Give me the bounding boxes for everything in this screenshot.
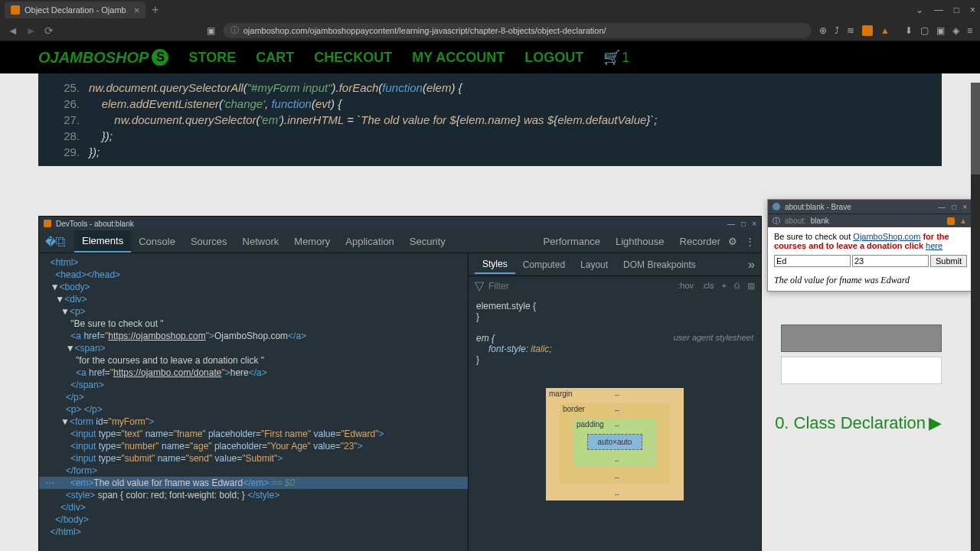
popup-minimize-icon[interactable]: — [938,203,946,211]
favicon-icon [11,5,20,15]
panel-icon[interactable]: ▥ [747,281,755,291]
dt-close-icon[interactable]: × [752,220,756,228]
tab-network[interactable]: Network [235,231,287,252]
warning-icon[interactable]: ▲ [880,25,890,36]
shield-icon[interactable] [862,25,873,36]
cls-toggle[interactable]: .cls [701,281,714,291]
next-chapter-link[interactable]: 0. Class Declaration▶ [775,413,942,433]
minimize-icon[interactable]: — [934,5,943,15]
gray-box [781,324,942,352]
scrollbar-thumb[interactable] [971,83,980,174]
devtools-titlebar: DevTools - about:blank — □ × [39,217,761,230]
nav-account[interactable]: MY ACCOUNT [412,50,505,66]
hov-toggle[interactable]: :hov [678,281,694,291]
styles-tab-layout[interactable]: Layout [573,256,616,273]
brave-icon [44,220,51,227]
close-tab-icon[interactable]: × [134,5,140,16]
customize-icon[interactable]: ◈ [952,25,959,36]
more-icon[interactable]: ⋮ [745,236,755,247]
back-button[interactable]: ◄ [8,24,18,37]
site-info-icon[interactable]: ⓘ [230,24,239,36]
nav-logout[interactable]: LOGOUT [524,50,583,66]
menu-icon[interactable]: ≡ [967,25,972,36]
maximize-icon[interactable]: □ [954,5,959,15]
cart-icon[interactable]: 🛒1 [603,49,629,66]
wallet-icon[interactable]: ▢ [920,25,929,36]
code-block: 25.nw.document.querySelectorAll("#myForm… [38,73,942,166]
share-icon[interactable]: ⤴ [835,25,839,36]
dt-maximize-icon[interactable]: □ [741,220,746,228]
new-tab-button[interactable]: + [152,3,158,17]
popup-result-text: The old value for fname was Edward [774,275,965,286]
popup-submit-button[interactable]: Submit [930,255,967,267]
reload-button[interactable]: ⟳ [44,24,54,37]
close-window-icon[interactable]: × [970,5,975,15]
download-icon[interactable]: ⬇ [905,25,913,36]
styles-panel: Styles Computed Layout DOM Breakpoints »… [468,253,761,551]
popup-window: about:blank - Brave — □ × ⓘ about:blank … [767,199,972,292]
popup-close-icon[interactable]: × [962,203,967,211]
tab-performance[interactable]: Performance [535,231,607,252]
content-preview [781,324,942,384]
filter-icon: ▽ [475,279,484,293]
tab-recorder[interactable]: Recorder [672,231,728,252]
styles-tab-computed[interactable]: Computed [515,256,573,273]
rss-icon[interactable]: ≋ [847,25,854,36]
popup-shop-link[interactable]: OjamboShop.com [853,232,920,241]
tab-title: Object Declaration - Ojamb [24,5,126,15]
new-style-icon[interactable]: + [722,281,727,291]
tab-application[interactable]: Application [338,231,402,252]
chevron-down-icon[interactable]: ⌄ [916,5,923,15]
popup-maximize-icon[interactable]: □ [952,203,956,211]
popup-age-input[interactable] [852,255,929,267]
tab-sources[interactable]: Sources [183,231,235,252]
logo-badge-icon: S [152,49,168,66]
popup-warning-icon[interactable]: ▲ [959,217,967,225]
address-bar[interactable]: ⓘ ojamboshop.com/ojamboshoppaycontent/le… [223,23,812,38]
nav-cart[interactable]: CART [256,50,294,66]
popup-shield-icon[interactable] [947,217,955,225]
print-icon[interactable]: ⎙ [734,281,740,291]
popup-fname-input[interactable] [774,255,851,267]
url-text: ojamboshop.com/ojamboshoppaycontent/lear… [243,26,606,35]
page-scrollbar[interactable] [971,83,980,551]
popup-here-link[interactable]: here [926,241,942,250]
tab-console[interactable]: Console [131,231,183,252]
tab-lighthouse[interactable]: Lighthouse [608,231,672,252]
devtools-panel: DevTools - about:blank — □ × �⿻ Elements… [38,216,762,551]
browser-tab[interactable]: Object Declaration - Ojamb × [5,2,145,18]
tab-security[interactable]: Security [402,231,453,252]
site-logo[interactable]: OJAMBOSHOP S [38,49,168,67]
tab-memory[interactable]: Memory [286,231,338,252]
white-box [781,357,942,384]
styles-more-icon[interactable]: » [748,258,755,272]
popup-content: Be sure to check out OjamboShop.com for … [768,227,972,291]
dt-minimize-icon[interactable]: — [727,220,735,228]
styles-filter-input[interactable] [488,281,673,292]
box-model-diagram[interactable]: margin – border – padding – auto×auto – [546,388,684,500]
gear-icon[interactable]: ⚙ [728,236,737,247]
nav-checkout[interactable]: CHECKOUT [314,50,392,66]
nav-store[interactable]: STORE [188,50,236,66]
styles-tab-dom[interactable]: DOM Breakpoints [616,256,704,273]
inspect-icon[interactable]: �⿻ [45,236,67,248]
styles-tab-styles[interactable]: Styles [475,256,515,274]
popup-info-icon[interactable]: ⓘ [773,216,780,227]
zoom-icon[interactable]: ⊕ [819,25,827,36]
site-header: OJAMBOSHOP S STORE CART CHECKOUT MY ACCO… [0,41,980,73]
globe-icon [773,203,780,210]
play-icon: ▶ [929,413,942,433]
extensions-icon[interactable]: ▣ [936,25,945,36]
tab-elements[interactable]: Elements [74,230,131,253]
sidebar-icon[interactable]: ▣ [207,25,215,36]
dom-tree[interactable]: <html> <head></head> ▼<body> ▼<div> ▼<p>… [39,253,468,551]
forward-button[interactable]: ► [26,24,37,37]
